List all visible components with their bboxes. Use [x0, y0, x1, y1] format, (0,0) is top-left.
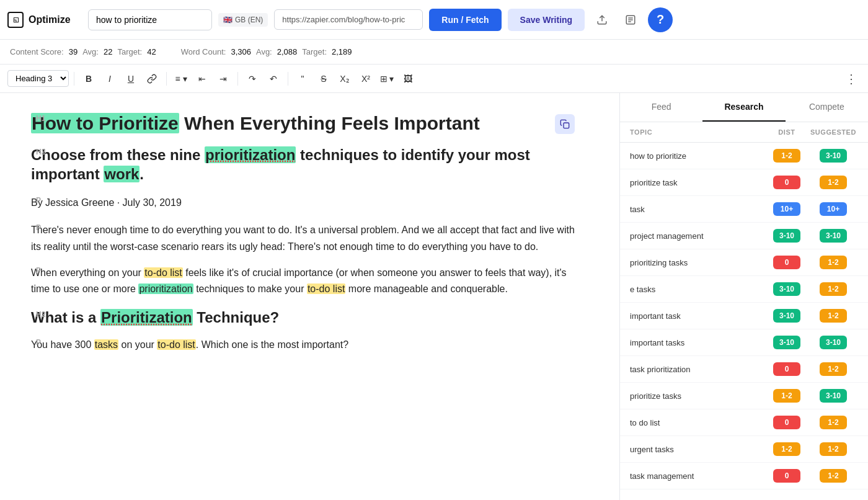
topic-row[interactable]: important tasks 3-10 3-10: [620, 329, 868, 356]
keyword-input[interactable]: [88, 9, 212, 30]
h2-sub-content[interactable]: Choose from these nine prioritization te…: [31, 145, 582, 184]
h2-work-highlight: work: [104, 166, 140, 182]
topic-name: project management: [630, 231, 765, 241]
topic-row[interactable]: important task 3-10 1-2: [620, 303, 868, 329]
heading-select[interactable]: Heading 3 Heading 1 Heading 2 Paragraph: [7, 70, 69, 87]
col-suggested-header: SUGGESTED: [808, 128, 858, 136]
topic-sug-cell: 1-2: [808, 256, 858, 269]
undo-button[interactable]: ↷: [243, 69, 262, 88]
indent-button[interactable]: ⇥: [214, 69, 232, 88]
h2b-post: Technique?: [193, 309, 280, 326]
topic-row[interactable]: project management 3-10 3-10: [620, 223, 868, 249]
flag-icon: 🇬🇧: [223, 16, 232, 24]
table-button[interactable]: ⊞ ▾: [378, 69, 396, 88]
subscript-button[interactable]: X₂: [335, 69, 354, 88]
h1-plain-text: When Everything Feels Important: [184, 113, 480, 133]
p1-block: P There's never enough time to do everyt…: [31, 222, 582, 255]
run-fetch-button[interactable]: Run / Fetch: [429, 9, 501, 31]
right-panel: Feed Research Compete TOPIC DIST SUGGEST…: [620, 93, 868, 500]
dist-badge: 0: [773, 176, 800, 189]
topic-sug-cell: 3-10: [808, 389, 858, 403]
redo-button[interactable]: ↶: [264, 69, 283, 88]
topic-row[interactable]: prioritize task 0 1-2: [620, 169, 868, 196]
strikethrough-button[interactable]: S: [314, 69, 333, 88]
p3-block: P You have 300 tasks on your to-do list.…: [31, 337, 582, 353]
topic-dist-cell: 0: [765, 362, 808, 376]
copy-button[interactable]: [555, 114, 575, 134]
document-icon-button[interactable]: [619, 9, 642, 31]
topic-dist-cell: 1-2: [765, 389, 808, 403]
content-avg-value: 22: [104, 47, 112, 56]
topic-row[interactable]: task management 0 1-2: [620, 463, 868, 489]
topic-row[interactable]: task 10+ 10+: [620, 196, 868, 223]
language-badge[interactable]: 🇬🇧 GB (EN): [218, 13, 268, 27]
topic-sug-cell: 10+: [808, 202, 858, 216]
topic-row[interactable]: to do list 0 1-2: [620, 409, 868, 436]
h2b-content[interactable]: What is a Prioritization Technique?: [31, 308, 582, 327]
h1-tag: H1: [36, 114, 45, 123]
dist-badge: 3-10: [773, 229, 800, 243]
topic-row[interactable]: e tasks 3-10 1-2: [620, 276, 868, 303]
topic-name: important tasks: [630, 338, 765, 347]
topic-row[interactable]: prioritizing tasks 0 1-2: [620, 249, 868, 276]
toolbar-separator-3: [237, 72, 238, 86]
save-writing-button[interactable]: Save Writing: [508, 9, 585, 31]
topics-header: TOPIC DIST SUGGESTED: [620, 122, 868, 143]
italic-button[interactable]: I: [100, 69, 119, 88]
p-tag-3: P: [36, 338, 41, 347]
editor-panel[interactable]: H1 How to Prioritize When Everything Fee…: [0, 93, 620, 500]
content-score-value: 39: [69, 47, 78, 56]
h2b-prioritization-hl: Prioritization: [100, 309, 193, 326]
content-target-value: 42: [147, 47, 156, 56]
link-button[interactable]: [143, 69, 161, 88]
p1-text[interactable]: There's never enough time to do everythi…: [31, 222, 582, 255]
dist-badge: 1-2: [773, 149, 800, 163]
topic-row[interactable]: task prioritization 0 1-2: [620, 356, 868, 383]
tab-research[interactable]: Research: [702, 93, 785, 122]
sug-badge: 1-2: [820, 362, 847, 376]
toolbar-separator-4: [288, 72, 288, 86]
topic-row[interactable]: how to prioritize 1-2 3-10: [620, 143, 868, 169]
tab-feed[interactable]: Feed: [620, 93, 702, 122]
h2-tag-2: H2: [36, 310, 45, 319]
p2-text[interactable]: When everything on your to-do list feels…: [31, 265, 582, 298]
image-button[interactable]: 🖼: [399, 69, 417, 88]
topic-name: important task: [630, 311, 765, 321]
h1-content[interactable]: How to Prioritize When Everything Feels …: [31, 112, 582, 135]
quote-button[interactable]: ": [293, 69, 312, 88]
topic-sug-cell: 1-2: [808, 442, 858, 456]
topic-dist-cell: 0: [765, 256, 808, 269]
h2-prioritization-highlight: prioritization: [205, 146, 296, 163]
more-options-button[interactable]: ⋮: [842, 69, 861, 88]
word-count-group: Word Count: 3,306 Avg: 2,088 Target: 2,1…: [181, 47, 352, 56]
list-button[interactable]: ≡ ▾: [172, 69, 190, 88]
superscript-button[interactable]: X²: [356, 69, 375, 88]
topic-sug-cell: 3-10: [808, 336, 858, 349]
topic-row[interactable]: prioritize tasks 1-2 3-10: [620, 383, 868, 409]
svg-rect-5: [564, 123, 569, 128]
help-button[interactable]: ?: [648, 7, 673, 32]
word-avg-value: 2,088: [277, 47, 298, 56]
h2b-block: H2 What is a Prioritization Technique?: [31, 308, 582, 327]
topic-dist-cell: 3-10: [765, 282, 808, 296]
url-input[interactable]: [274, 9, 423, 30]
topic-row[interactable]: urgent tasks 1-2 1-2: [620, 436, 868, 463]
topic-dist-cell: 0: [765, 416, 808, 429]
main-layout: H1 How to Prioritize When Everything Fee…: [0, 93, 868, 500]
tab-compete[interactable]: Compete: [786, 93, 868, 122]
underline-button[interactable]: U: [122, 69, 140, 88]
editor-toolbar: Heading 3 Heading 1 Heading 2 Paragraph …: [0, 65, 868, 93]
stats-bar: Content Score: 39 Avg: 22 Target: 42 Wor…: [0, 40, 868, 65]
topic-name: urgent tasks: [630, 445, 765, 454]
bold-button[interactable]: B: [79, 69, 98, 88]
p3-text[interactable]: You have 300 tasks on your to-do list. W…: [31, 337, 582, 353]
dist-badge: 0: [773, 469, 800, 483]
topic-name: prioritize task: [630, 178, 765, 187]
p-tag-byline: P: [36, 196, 41, 205]
export-icon-button[interactable]: [591, 9, 613, 31]
p-tag-1: P: [36, 223, 41, 232]
dist-badge: 10+: [773, 202, 800, 216]
outdent-button[interactable]: ⇤: [193, 69, 211, 88]
p2-pre: When everything on your: [31, 267, 144, 278]
content-score-label: Content Score:: [10, 47, 64, 56]
